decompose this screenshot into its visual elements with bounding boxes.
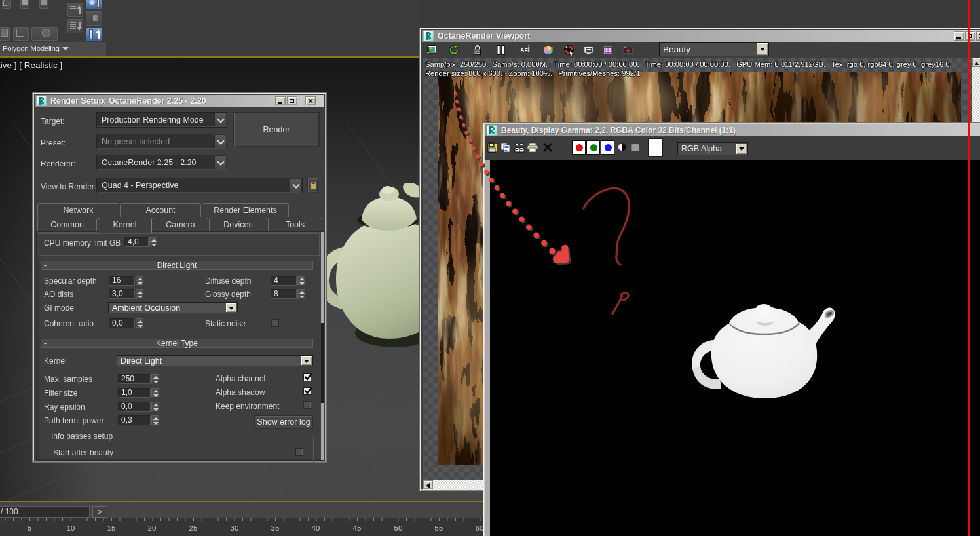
svg-text:25: 25 bbox=[189, 524, 198, 532]
svg-text:AF: AF bbox=[520, 47, 528, 54]
svg-text:15: 15 bbox=[107, 524, 116, 532]
svg-text:50: 50 bbox=[394, 524, 403, 532]
svg-text:10: 10 bbox=[67, 524, 75, 532]
svg-text:55: 55 bbox=[435, 524, 443, 532]
svg-text:20: 20 bbox=[148, 524, 157, 532]
svg-text:30: 30 bbox=[231, 524, 239, 532]
svg-text:40: 40 bbox=[312, 524, 320, 532]
svg-text:35: 35 bbox=[271, 524, 280, 532]
svg-text:45: 45 bbox=[353, 524, 362, 532]
svg-text:5: 5 bbox=[28, 524, 31, 532]
